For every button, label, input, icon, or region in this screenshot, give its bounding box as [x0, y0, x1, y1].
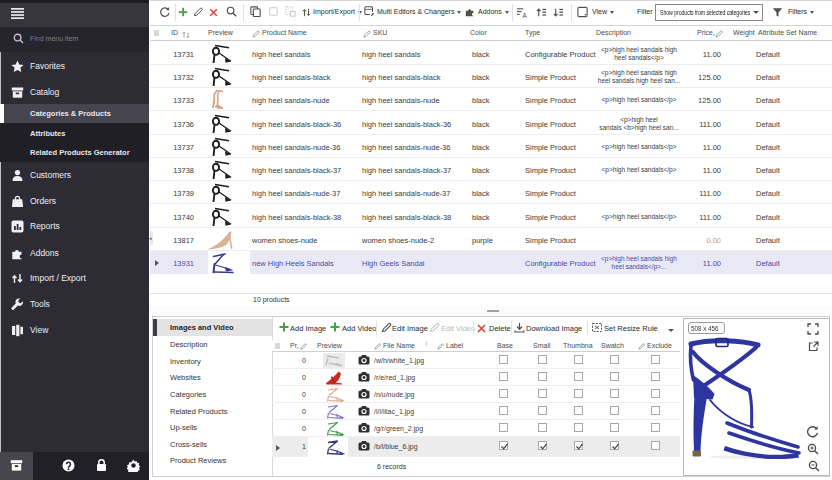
svg-text:A: A — [522, 12, 527, 18]
